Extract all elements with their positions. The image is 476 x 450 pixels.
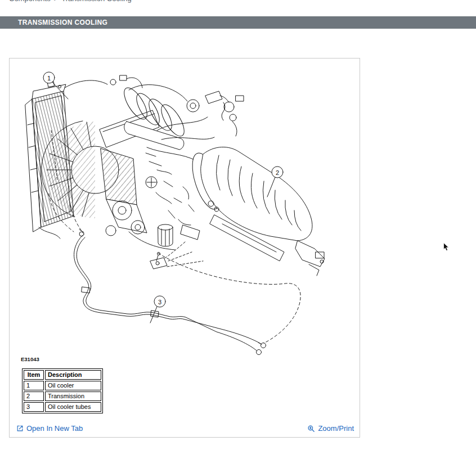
zoom-print-label: Zoom/Print [318,424,354,433]
callout-3: 3 [150,296,165,323]
legend-header-row: Item Description [24,370,101,380]
section-title: TRANSMISSION COOLING [18,19,107,26]
card-footer: Open In New Tab Zoom/Print [10,422,360,435]
zoom-magnifier-icon [307,425,315,433]
legend-item-1: 1 [24,381,44,390]
legend-row-2: 2 Transmission [24,392,101,401]
transmission-cooling-diagram: 1 2 3 E31043 [16,63,352,363]
legend-header-description: Description [45,370,101,380]
mount-bracket [150,242,203,269]
zoom-print-link[interactable]: Zoom/Print [307,424,354,433]
diagram-card: 1 2 3 E31043 Item Description 1 Oil [9,58,360,438]
legend-row-3: 3 Oil cooler tubes [24,402,101,412]
legend-desc-1: Oil cooler [45,381,101,390]
callout-1-number: 1 [47,75,51,82]
legend-header-item: Item [24,370,44,380]
callout-2-number: 2 [276,169,279,176]
breadcrumb-current: Transmission Cooling [61,0,132,3]
legend-desc-2: Transmission [45,392,101,401]
open-in-new-tab-label: Open In New Tab [26,424,83,433]
breadcrumb-link-components[interactable]: Components [9,0,51,3]
breadcrumb: Components>Transmission Cooling [9,0,476,4]
open-in-new-icon [16,425,24,432]
figure-code: E31043 [21,356,39,362]
transmission [187,147,325,276]
mouse-cursor [443,242,451,251]
breadcrumb-separator: > [54,0,59,3]
legend-item-3: 3 [24,402,44,412]
callout-3-number: 3 [158,299,161,305]
legend-row-1: 1 Oil cooler [24,381,101,390]
section-header-bar: TRANSMISSION COOLING [0,16,476,29]
legend-table: Item Description 1 Oil cooler 2 Transmis… [22,368,103,413]
legend-item-2: 2 [24,392,44,401]
open-in-new-tab-link[interactable]: Open In New Tab [16,424,83,433]
legend-desc-3: Oil cooler tubes [45,402,101,412]
oil-cooler-tubes [74,230,266,355]
